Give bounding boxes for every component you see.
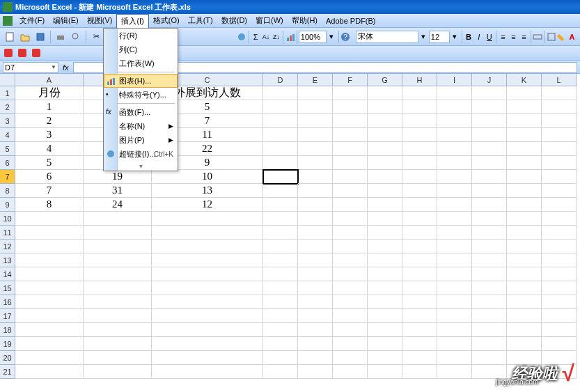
pdf-icon-2[interactable]	[17, 47, 29, 60]
cell-G3[interactable]	[368, 114, 402, 128]
cell-L14[interactable]	[542, 267, 577, 281]
cell-K4[interactable]	[507, 128, 542, 142]
cell-L7[interactable]	[542, 170, 577, 184]
cell-C14[interactable]	[152, 267, 263, 281]
row-header-18[interactable]: 18	[0, 323, 15, 337]
cell-F17[interactable]	[333, 309, 368, 323]
cell-L9[interactable]	[542, 198, 577, 212]
cell-D1[interactable]	[263, 86, 298, 100]
cell-B10[interactable]	[84, 212, 152, 226]
menu-item-0[interactable]: 行(R)	[104, 29, 178, 42]
cell-A2[interactable]: 1	[15, 100, 84, 114]
menu-item-6[interactable]: 名称(N)▶	[104, 119, 178, 133]
cell-D16[interactable]	[263, 295, 298, 309]
fill-color-button[interactable]	[556, 30, 567, 44]
cell-B14[interactable]	[84, 267, 152, 281]
cell-H4[interactable]	[402, 128, 437, 142]
borders-button[interactable]	[546, 30, 556, 44]
cell-I18[interactable]	[437, 323, 472, 337]
cell-H10[interactable]	[402, 212, 437, 226]
cell-C8[interactable]: 13	[152, 184, 263, 198]
cell-F14[interactable]	[333, 267, 368, 281]
cell-G1[interactable]	[368, 86, 402, 100]
cell-I7[interactable]	[437, 170, 472, 184]
cell-D15[interactable]	[263, 281, 298, 295]
zoom-input[interactable]	[299, 31, 327, 43]
menu-adobepdf[interactable]: Adobe PDF(B)	[322, 15, 380, 26]
cell-B16[interactable]	[84, 295, 152, 309]
cell-A17[interactable]	[15, 309, 84, 323]
hyperlink-icon[interactable]	[237, 30, 247, 44]
cell-I1[interactable]	[437, 86, 472, 100]
cell-G18[interactable]	[368, 323, 402, 337]
cell-K14[interactable]	[507, 267, 542, 281]
cell-C18[interactable]	[152, 323, 263, 337]
row-header-20[interactable]: 20	[0, 351, 15, 365]
cell-G10[interactable]	[368, 212, 402, 226]
merge-button[interactable]	[533, 30, 543, 44]
font-color-button[interactable]: A	[567, 30, 577, 44]
cell-J3[interactable]	[472, 114, 507, 128]
menu-file[interactable]: 文件(F)	[15, 14, 49, 27]
menu-item-3[interactable]: 图表(H)...	[104, 74, 178, 88]
align-left-button[interactable]: ≡	[498, 30, 508, 44]
pdf-icon-1[interactable]	[3, 47, 15, 60]
cell-B19[interactable]	[84, 337, 152, 351]
cell-D17[interactable]	[263, 309, 298, 323]
cell-D14[interactable]	[263, 267, 298, 281]
cell-F19[interactable]	[333, 337, 368, 351]
cell-E13[interactable]	[298, 253, 333, 267]
cell-D20[interactable]	[263, 351, 298, 365]
cell-A12[interactable]	[15, 240, 84, 253]
cell-D13[interactable]	[263, 253, 298, 267]
cell-F1[interactable]	[333, 86, 368, 100]
cell-H3[interactable]	[402, 114, 437, 128]
cell-A7[interactable]: 6	[15, 170, 84, 184]
cell-F21[interactable]	[333, 365, 368, 379]
cell-E2[interactable]	[298, 100, 333, 114]
cell-E16[interactable]	[298, 295, 333, 309]
cell-K15[interactable]	[507, 281, 542, 295]
cell-L15[interactable]	[542, 281, 577, 295]
cell-J13[interactable]	[472, 253, 507, 267]
cell-G7[interactable]	[368, 170, 402, 184]
cell-B12[interactable]	[84, 240, 152, 253]
cell-K16[interactable]	[507, 295, 542, 309]
row-header-6[interactable]: 6	[0, 156, 15, 170]
cell-H8[interactable]	[402, 184, 437, 198]
cell-C7[interactable]: 10	[152, 170, 263, 184]
cell-B8[interactable]: 31	[84, 184, 152, 198]
row-header-10[interactable]: 10	[0, 212, 15, 226]
cell-E8[interactable]	[298, 184, 333, 198]
cell-K17[interactable]	[507, 309, 542, 323]
row-header-1[interactable]: 1	[0, 86, 15, 100]
cell-H15[interactable]	[402, 281, 437, 295]
row-header-5[interactable]: 5	[0, 142, 15, 156]
cell-E15[interactable]	[298, 281, 333, 295]
cell-A21[interactable]	[15, 365, 84, 379]
cell-K12[interactable]	[507, 240, 542, 253]
cell-A15[interactable]	[15, 281, 84, 295]
cell-D11[interactable]	[263, 226, 298, 240]
cell-H16[interactable]	[402, 295, 437, 309]
cell-I20[interactable]	[437, 351, 472, 365]
cell-H17[interactable]	[402, 309, 437, 323]
cell-J2[interactable]	[472, 100, 507, 114]
cell-J17[interactable]	[472, 309, 507, 323]
cell-J12[interactable]	[472, 240, 507, 253]
row-header-9[interactable]: 9	[0, 198, 15, 212]
name-box-dropdown-icon[interactable]: ▼	[51, 64, 56, 70]
row-header-12[interactable]: 12	[0, 240, 15, 253]
cell-H9[interactable]	[402, 198, 437, 212]
cell-G9[interactable]	[368, 198, 402, 212]
cell-F4[interactable]	[333, 128, 368, 142]
col-header-A[interactable]: A	[15, 74, 84, 86]
save-button[interactable]	[33, 30, 47, 44]
col-header-I[interactable]: I	[437, 74, 472, 86]
cell-D2[interactable]	[263, 100, 298, 114]
row-header-3[interactable]: 3	[0, 114, 15, 128]
font-size-select[interactable]	[429, 31, 450, 43]
row-header-7[interactable]: 7	[0, 170, 15, 184]
cell-G13[interactable]	[368, 253, 402, 267]
cell-A5[interactable]: 4	[15, 142, 84, 156]
